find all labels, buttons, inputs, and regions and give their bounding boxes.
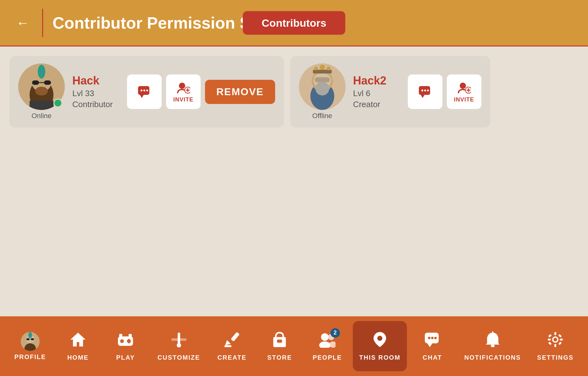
contributor-card-hack2: Offline Hack2 Lvl 6 Creator [290, 56, 490, 128]
chat-nav-icon [424, 331, 441, 351]
back-button[interactable]: ← [13, 13, 33, 33]
invite-icon-hack2 [457, 81, 471, 95]
svg-rect-73 [554, 332, 556, 335]
svg-point-68 [434, 337, 437, 339]
svg-rect-78 [558, 341, 562, 345]
svg-point-6 [38, 65, 45, 79]
svg-rect-54 [231, 332, 240, 341]
nav-item-people[interactable]: 2 PEOPLE [305, 321, 349, 371]
svg-rect-40 [26, 338, 30, 340]
nav-item-settings[interactable]: SETTINGS [531, 321, 580, 371]
nav-item-play[interactable]: PLAY [103, 321, 147, 371]
svg-rect-74 [554, 344, 556, 347]
svg-point-52 [177, 343, 181, 347]
home-icon [70, 331, 86, 351]
svg-point-67 [431, 337, 434, 339]
contributor-role-hack2: Creator [353, 100, 397, 109]
svg-point-25 [314, 67, 318, 70]
svg-point-60 [319, 341, 330, 348]
notifications-icon [485, 331, 501, 351]
svg-point-45 [120, 339, 124, 343]
svg-point-31 [424, 90, 426, 91]
svg-point-27 [327, 67, 330, 70]
header: ← Contributor Permission Settings Contri… [0, 0, 588, 46]
people-badge: 2 [330, 328, 340, 338]
card-actions-hack: INVITE REMOVE [127, 74, 275, 109]
invite-label-hack2: INVITE [454, 96, 474, 103]
contributor-card-hack: Online Hack Lvl 33 Contributor [9, 56, 284, 128]
avatar-hack2 [299, 63, 346, 110]
svg-rect-3 [32, 80, 39, 85]
svg-point-62 [329, 341, 336, 348]
avatar-col-hack2: Offline [299, 63, 346, 120]
svg-marker-10 [140, 95, 144, 98]
nav-item-customize[interactable]: CUSTOMIZE [151, 321, 206, 371]
nav-item-create[interactable]: CREATE [210, 321, 254, 371]
nav-label-home: HOME [67, 354, 89, 361]
svg-point-13 [146, 90, 148, 91]
svg-rect-69 [491, 345, 495, 347]
svg-rect-77 [548, 334, 552, 337]
main-content: Online Hack Lvl 33 Contributor [0, 46, 588, 316]
nav-label-create: CREATE [217, 354, 247, 361]
contributor-info-hack2: Hack2 Lvl 6 Creator [353, 74, 397, 109]
svg-rect-49 [119, 334, 122, 337]
svg-marker-65 [427, 343, 432, 347]
chat-icon-hack2 [418, 85, 432, 99]
store-icon [271, 331, 288, 351]
svg-marker-55 [225, 340, 231, 345]
svg-point-66 [428, 337, 430, 339]
svg-point-12 [143, 90, 145, 91]
this-room-icon [372, 331, 388, 351]
svg-rect-56 [225, 345, 231, 347]
svg-rect-41 [31, 338, 34, 340]
svg-rect-48 [127, 340, 131, 342]
card-actions-hack2: INVITE [408, 74, 481, 109]
nav-item-this-room[interactable]: THIS ROOM [353, 321, 407, 371]
contributors-list: Online Hack Lvl 33 Contributor [9, 56, 579, 128]
contributor-level-hack: Lvl 33 [72, 89, 116, 98]
contributor-info-hack: Hack Lvl 33 Contributor [72, 74, 116, 109]
svg-rect-22 [315, 77, 330, 82]
svg-point-30 [421, 90, 423, 91]
nav-item-notifications[interactable]: NOTIFICATIONS [458, 321, 527, 371]
svg-rect-76 [560, 339, 563, 341]
svg-rect-80 [558, 334, 562, 337]
nav-label-profile: PROFILE [14, 353, 46, 361]
status-hack2: Offline [312, 112, 332, 120]
bottom-nav: PROFILE HOME PLAY [0, 316, 588, 376]
nav-label-notifications: NOTIFICATIONS [464, 354, 521, 361]
nav-label-settings: SETTINGS [537, 354, 574, 361]
nav-label-this-room: THIS ROOM [359, 354, 400, 361]
svg-rect-4 [44, 80, 51, 85]
avatar-wrapper-hack2 [299, 63, 346, 110]
svg-marker-29 [421, 95, 424, 98]
svg-point-14 [179, 83, 185, 89]
svg-rect-53 [171, 338, 186, 341]
svg-point-11 [141, 90, 142, 91]
nav-item-chat[interactable]: CHAT [410, 321, 454, 371]
status-hack: Online [31, 112, 52, 120]
invite-icon-hack [176, 81, 190, 95]
invite-label-hack: INVITE [173, 96, 193, 103]
svg-point-23 [315, 82, 329, 95]
settings-icon [547, 331, 563, 351]
invite-button-hack2[interactable]: INVITE [447, 74, 481, 109]
svg-point-26 [320, 65, 325, 70]
svg-point-42 [28, 332, 32, 338]
chat-button-hack[interactable] [127, 74, 162, 109]
create-icon [224, 331, 240, 351]
nav-item-home[interactable]: HOME [56, 321, 100, 371]
nav-item-profile[interactable]: PROFILE [8, 321, 53, 371]
remove-button-hack[interactable]: REMOVE [205, 80, 275, 104]
svg-point-32 [427, 90, 429, 91]
svg-rect-79 [548, 341, 552, 345]
invite-button-hack[interactable]: INVITE [166, 74, 201, 109]
play-icon [117, 331, 134, 351]
online-indicator-hack [53, 99, 62, 107]
nav-item-store[interactable]: STORE [258, 321, 302, 371]
svg-rect-75 [548, 339, 551, 341]
chat-button-hack2[interactable] [408, 74, 442, 109]
svg-point-63 [377, 336, 382, 341]
contributors-button[interactable]: Contributors [243, 11, 345, 35]
